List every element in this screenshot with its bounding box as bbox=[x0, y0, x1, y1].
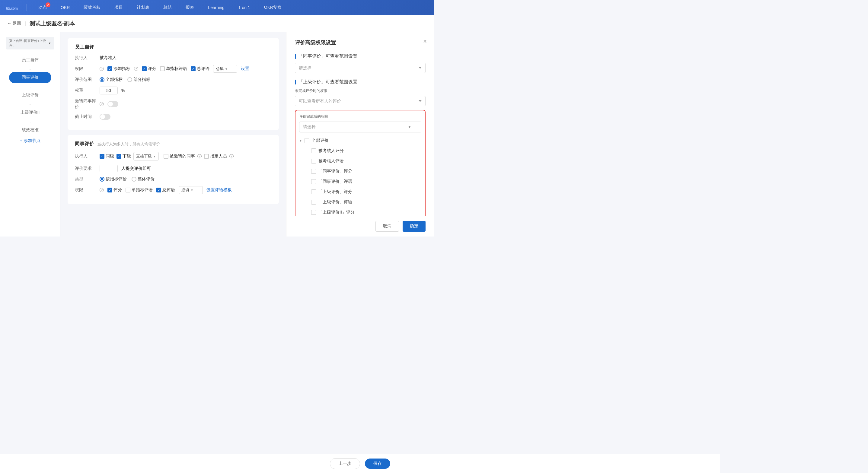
peer-set-template-link[interactable]: 设置评语模板 bbox=[207, 187, 232, 193]
option-all-group[interactable]: ▼ 全部评价 bbox=[299, 135, 421, 146]
option-assessor-score[interactable]: 被考核人评分 bbox=[299, 146, 421, 156]
executor-label: 执行人 bbox=[75, 55, 96, 61]
peer-required-select[interactable]: 必填 ▼ bbox=[179, 186, 203, 194]
sidebar-item-superior-review-2[interactable]: 上级评价II bbox=[9, 107, 51, 118]
type-by-indicator[interactable]: 按指标评价 bbox=[100, 177, 127, 182]
invite-label: 邀请同事评价 bbox=[75, 99, 96, 109]
required-select[interactable]: 必填 ▼ bbox=[213, 65, 237, 73]
drawer-title: 评价高级权限设置 bbox=[295, 39, 426, 46]
exec-invited[interactable]: 被邀请的同事 bbox=[163, 154, 195, 159]
sidebar-item-employee-self[interactable]: 员工自评 bbox=[9, 54, 51, 66]
sidebar-item-peer-review[interactable]: 同事评价 bbox=[9, 72, 51, 83]
option-assessor-comment[interactable]: 被考核人评语 bbox=[299, 156, 421, 166]
option-peer-score[interactable]: 「同事评价」评分 bbox=[299, 166, 421, 177]
perm-add-indicator[interactable]: ✓ 添加指标 bbox=[107, 66, 130, 71]
check-assessor-score[interactable] bbox=[311, 149, 316, 153]
radio-all-dot bbox=[100, 77, 104, 82]
cancel-button[interactable]: 取消 bbox=[375, 221, 399, 232]
superior-section-label: 「上级评价」可查看范围设置 bbox=[295, 79, 426, 85]
sidebar-breadcrumb[interactable]: 页上自评+同事评价+上级评… ▼ bbox=[6, 37, 54, 50]
peer-range-select[interactable]: 请选择 bbox=[295, 63, 426, 73]
peer-perm-overall-comment[interactable]: ✓ 总评语 bbox=[156, 187, 175, 193]
add-node-button[interactable]: + 添加节点 bbox=[20, 138, 40, 144]
range-all[interactable]: 全部指标 bbox=[100, 77, 123, 82]
add-indicator-help[interactable]: ? bbox=[134, 67, 138, 71]
permission-help-icon[interactable]: ? bbox=[100, 67, 104, 71]
before-complete-select[interactable]: 可以查看所有人的评价 bbox=[295, 96, 426, 106]
top-nav: tita.com 动态 2 OKR 绩效考核 项目 计划表 总结 报表 Lear… bbox=[0, 0, 434, 15]
nav-item-okr-review[interactable]: OKR复盘 bbox=[262, 4, 284, 11]
exec-subordinate[interactable]: ✓ 下级 bbox=[117, 154, 131, 159]
peer-section-title: 同事评价 当执行人为多人时，所有人均需评价 bbox=[75, 141, 272, 147]
after-complete-select[interactable]: 请选择 ▼ bbox=[299, 122, 421, 132]
nav-item-performance[interactable]: 绩效考核 bbox=[81, 4, 103, 11]
perm-overall-comment[interactable]: ✓ 总评语 bbox=[191, 66, 210, 71]
arrow-icon: ↓ bbox=[29, 66, 31, 72]
option-superior-score[interactable]: 「上级评价」评分 bbox=[299, 187, 421, 197]
check-superior2-score[interactable] bbox=[311, 210, 316, 215]
check-assessor-comment[interactable] bbox=[311, 159, 316, 163]
nav-item-dongtai[interactable]: 动态 2 bbox=[36, 4, 49, 11]
radio-overall bbox=[132, 177, 136, 182]
arrow-icon: ↓ bbox=[29, 101, 31, 107]
peer-check-overall: ✓ bbox=[156, 188, 161, 192]
weight-label: 权重 bbox=[75, 88, 96, 93]
check-all[interactable] bbox=[305, 138, 309, 143]
invite-help[interactable]: ? bbox=[100, 102, 104, 106]
invite-toggle[interactable] bbox=[107, 101, 118, 107]
logo: tita.com bbox=[6, 4, 18, 11]
back-button[interactable]: ← 返回 bbox=[7, 21, 21, 26]
check-score: ✓ bbox=[142, 66, 147, 71]
chevron-icon: ▼ bbox=[190, 189, 193, 192]
sidebar-item-superior-review[interactable]: 上级评价 bbox=[9, 89, 51, 101]
type-label: 类型 bbox=[75, 177, 96, 182]
check-add-indicator: ✓ bbox=[107, 66, 112, 71]
check-overall-comment: ✓ bbox=[191, 66, 195, 71]
check-peer-score[interactable] bbox=[311, 169, 316, 174]
check-invited bbox=[163, 154, 168, 159]
peer-check-single bbox=[126, 188, 130, 192]
weight-input[interactable] bbox=[100, 87, 118, 94]
nav-item-project[interactable]: 项目 bbox=[112, 4, 125, 11]
exec-same-level[interactable]: ✓ 同级 bbox=[100, 154, 114, 159]
confirm-button[interactable]: 确定 bbox=[403, 221, 426, 232]
check-peer-comment[interactable] bbox=[311, 179, 316, 184]
peer-perm-score[interactable]: ✓ 评分 bbox=[107, 187, 122, 193]
requirement-input[interactable] bbox=[100, 165, 118, 172]
nav-item-1on1[interactable]: 1 on 1 bbox=[236, 4, 253, 11]
check-superior-comment[interactable] bbox=[311, 200, 316, 204]
type-overall[interactable]: 整体评价 bbox=[132, 177, 155, 182]
check-superior-score[interactable] bbox=[311, 189, 316, 194]
deadline-toggle[interactable] bbox=[100, 114, 111, 120]
dropdown-options-list: ▼ 全部评价 被考核人评分 被考核人评语 「同事评价」评分 bbox=[299, 135, 421, 226]
nav-item-report[interactable]: 报表 bbox=[183, 4, 196, 11]
peer-permission-help[interactable]: ? bbox=[100, 188, 104, 192]
peer-select[interactable]: 直接下级 ▼ bbox=[133, 152, 159, 160]
exec-designated[interactable]: 指定人员 bbox=[204, 154, 227, 159]
notification-badge: 2 bbox=[45, 2, 51, 7]
nav-item-learning[interactable]: Learning bbox=[206, 4, 227, 11]
nav-divider bbox=[27, 4, 27, 11]
check-single-comment bbox=[160, 66, 165, 71]
section-bar-icon-2 bbox=[295, 80, 296, 85]
peer-perm-single-comment[interactable]: 单指标评语 bbox=[126, 187, 153, 193]
nav-item-okr[interactable]: OKR bbox=[58, 4, 72, 11]
set-template-link[interactable]: 设置 bbox=[241, 66, 249, 71]
peer-check-score: ✓ bbox=[107, 188, 112, 192]
employee-section-title: 员工自评 bbox=[75, 44, 272, 51]
designated-help[interactable]: ? bbox=[229, 154, 234, 158]
section-bar-icon bbox=[295, 54, 296, 59]
close-icon[interactable]: × bbox=[423, 38, 427, 45]
perm-score[interactable]: ✓ 评分 bbox=[142, 66, 156, 71]
option-peer-comment[interactable]: 「同事评价」评语 bbox=[299, 177, 421, 187]
nav-item-plan[interactable]: 计划表 bbox=[134, 4, 152, 11]
option-superior-comment[interactable]: 「上级评价」评语 bbox=[299, 197, 421, 207]
nav-item-summary[interactable]: 总结 bbox=[161, 4, 174, 11]
sidebar-item-calibration[interactable]: 绩效校准 bbox=[9, 124, 51, 136]
permission-row: 权限 ? ✓ 添加指标 ? ✓ 评分 单指标评语 bbox=[75, 65, 272, 73]
invited-help[interactable]: ? bbox=[197, 154, 202, 158]
range-label: 评价范围 bbox=[75, 77, 96, 82]
check-designated bbox=[204, 154, 209, 159]
range-partial[interactable]: 部分指标 bbox=[127, 77, 150, 82]
perm-single-comment[interactable]: 单指标评语 bbox=[160, 66, 187, 71]
